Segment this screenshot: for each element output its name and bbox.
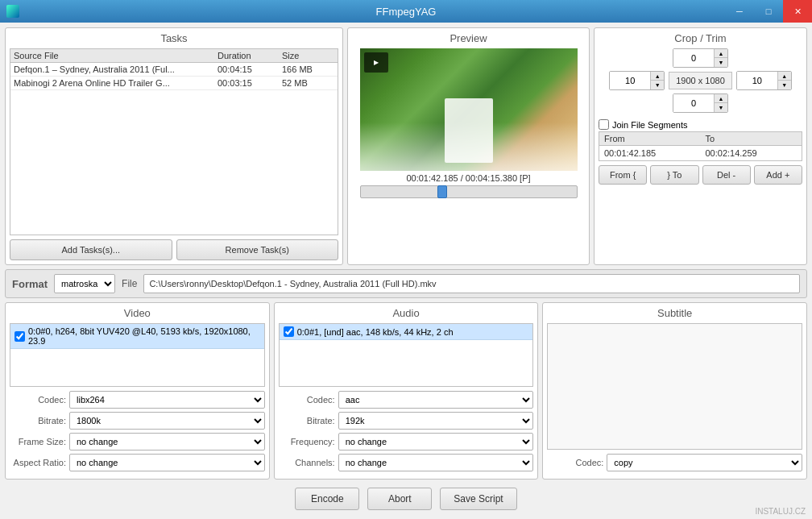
audio-channels-label: Channels: — [279, 458, 335, 467]
format-select[interactable]: matroska — [54, 274, 115, 293]
crop-bottom-spinner[interactable]: ▲ ▼ — [673, 93, 728, 113]
audio-stream-checkbox[interactable] — [284, 326, 294, 337]
save-script-button[interactable]: Save Script — [440, 488, 516, 510]
video-codec-label: Codec: — [10, 395, 66, 405]
encode-button[interactable]: Encode — [295, 488, 359, 510]
tasks-panel: Tasks Source File Duration Size Defqon.1… — [5, 27, 343, 265]
format-label: Format — [12, 278, 48, 290]
task-duration-1: 00:04:15 — [218, 64, 282, 74]
preview-slider[interactable] — [360, 185, 578, 198]
audio-bitrate-select[interactable]: 192k — [338, 412, 534, 430]
video-panel: Video 0:0#0, h264, 8bit YUV420 @L40, 519… — [5, 302, 270, 480]
task-size-2: 52 MB — [282, 78, 334, 88]
preview-timecode: 00:01:42.185 / 00:04:15.380 [P] — [406, 173, 530, 183]
subtitle-codec-select[interactable]: copy — [607, 454, 802, 471]
add-tasks-button[interactable]: Add Tasks(s)... — [10, 239, 172, 260]
crop-right-input[interactable] — [737, 72, 777, 89]
audio-frequency-label: Frequency: — [279, 437, 335, 446]
video-title: Video — [10, 307, 265, 319]
to-button[interactable]: } To — [650, 165, 698, 185]
crop-right-up[interactable]: ▲ — [778, 72, 791, 81]
audio-bitrate-label: Bitrate: — [279, 416, 335, 426]
task-duration-2: 00:03:15 — [218, 78, 282, 88]
audio-channels-row: Channels: no change — [279, 454, 534, 471]
audio-channels-select[interactable]: no change — [338, 454, 534, 471]
subtitle-codec-row: Codec: copy — [547, 454, 802, 471]
window-controls: ─ □ ✕ — [725, 0, 812, 23]
from-button[interactable]: From { — [599, 165, 647, 185]
slider-thumb — [437, 185, 447, 198]
subtitle-panel: Subtitle Codec: copy — [542, 302, 807, 480]
watermark: INSTALUJ.CZ — [755, 507, 806, 516]
crop-bottom-down[interactable]: ▼ — [715, 103, 727, 112]
crop-left-up[interactable]: ▲ — [651, 72, 664, 81]
from-header: From — [599, 132, 701, 145]
video-stream-label: 0:0#0, h264, 8bit YUV420 @L40, 5193 kb/s… — [28, 326, 260, 346]
crop-right-down[interactable]: ▼ — [778, 81, 791, 89]
audio-panel: Audio 0:0#1, [und] aac, 148 kb/s, 44 kHz… — [274, 302, 539, 480]
crop-left-spinner[interactable]: ▲ ▼ — [609, 71, 665, 90]
audio-frequency-select[interactable]: no change — [338, 433, 534, 450]
close-button[interactable]: ✕ — [783, 0, 812, 23]
video-framesize-row: Frame Size: no change — [10, 433, 265, 450]
video-stream-list: 0:0#0, h264, 8bit YUV420 @L40, 5193 kb/s… — [10, 323, 265, 387]
crop-bottom-up[interactable]: ▲ — [715, 94, 727, 103]
file-label: File — [122, 278, 137, 289]
tasks-header: Source File Duration Size — [10, 49, 338, 63]
titlebar: FFmpegYAG ─ □ ✕ — [0, 0, 812, 23]
crop-trim-panel: Crop / Trim ▲ ▼ ▲ ▼ — [594, 27, 807, 265]
remove-task-button[interactable]: Remove Task(s) — [176, 239, 339, 260]
col-size: Size — [282, 51, 334, 60]
to-value: 00:02:14.259 — [701, 146, 802, 160]
video-bitrate-label: Bitrate: — [10, 416, 66, 426]
file-path-input[interactable] — [143, 274, 800, 293]
crop-left-input[interactable] — [610, 72, 650, 89]
crop-left-down[interactable]: ▼ — [651, 81, 664, 89]
audio-title: Audio — [279, 307, 534, 319]
crop-right-spinner[interactable]: ▲ ▼ — [736, 71, 792, 90]
crop-top-up[interactable]: ▲ — [715, 49, 727, 58]
audio-codec-select[interactable]: aac — [338, 391, 534, 409]
join-segments-container: Join File Segments — [599, 119, 802, 130]
video-bitrate-select[interactable]: 1800k — [69, 412, 265, 430]
video-framesize-select[interactable]: no change — [69, 433, 265, 450]
preview-slider-container — [360, 185, 578, 198]
video-codec-select[interactable]: libx264 — [69, 391, 265, 409]
audio-frequency-row: Frequency: no change — [279, 433, 534, 450]
video-stream-checkbox[interactable] — [14, 331, 25, 342]
minimize-button[interactable]: ─ — [725, 0, 754, 23]
join-segments-checkbox[interactable] — [599, 119, 609, 130]
audio-bitrate-row: Bitrate: 192k — [279, 412, 534, 430]
subtitle-stream-list — [547, 323, 802, 450]
del-button[interactable]: Del - — [702, 165, 751, 185]
preview-video: ▶ — [360, 48, 578, 171]
watermark-text: INSTALUJ.CZ — [755, 507, 806, 516]
format-row: Format matroska File — [5, 269, 807, 298]
abort-button[interactable]: Abort — [367, 488, 432, 510]
crop-bottom-input[interactable] — [673, 94, 714, 112]
trim-header: From To — [599, 131, 802, 145]
video-aspect-select[interactable]: no change — [69, 454, 265, 471]
video-stream-item[interactable]: 0:0#0, h264, 8bit YUV420 @L40, 5193 kb/s… — [10, 324, 264, 349]
crop-top-down[interactable]: ▼ — [715, 58, 727, 67]
footer-buttons: Encode Abort Save Script — [5, 484, 807, 514]
from-value: 00:01:42.185 — [599, 146, 701, 160]
crop-top-spinner[interactable]: ▲ ▼ — [673, 48, 728, 68]
audio-codec-label: Codec: — [279, 395, 335, 405]
app-icon — [6, 5, 19, 18]
restore-button[interactable]: □ — [754, 0, 783, 23]
to-header: To — [701, 132, 802, 145]
crop-top-input[interactable] — [673, 49, 714, 67]
trim-row: 00:01:42.185 00:02:14.259 — [599, 145, 802, 161]
video-aspect-row: Aspect Ratio: no change — [10, 454, 265, 471]
table-row[interactable]: Mabinogi 2 Arena Online HD Trailer G... … — [10, 77, 338, 90]
audio-stream-item[interactable]: 0:0#1, [und] aac, 148 kb/s, 44 kHz, 2 ch — [280, 324, 533, 340]
subtitle-codec-label: Codec: — [547, 458, 603, 467]
video-codec-row: Codec: libx264 — [10, 391, 265, 409]
preview-panel: Preview ▶ 00:01:42.185 / 00:04:15.380 [P… — [347, 27, 590, 265]
col-source: Source File — [14, 51, 218, 60]
table-row[interactable]: Defqon.1 – Sydney, Australia 2011 (Ful..… — [10, 63, 338, 77]
task-size-1: 166 MB — [282, 64, 334, 74]
audio-stream-label: 0:0#1, [und] aac, 148 kb/s, 44 kHz, 2 ch — [297, 327, 454, 337]
add-button[interactable]: Add + — [754, 165, 802, 185]
